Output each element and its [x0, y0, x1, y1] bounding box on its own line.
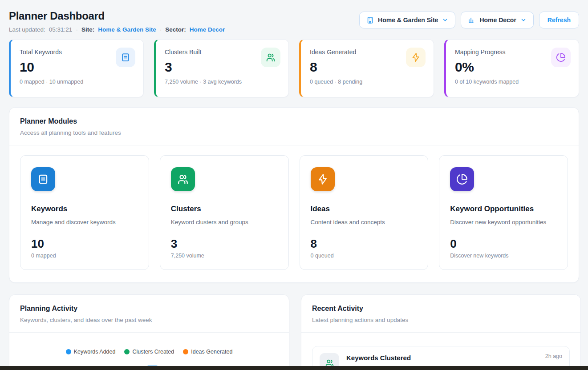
bottom-row: Planning Activity Keywords, clusters, an… [9, 283, 579, 370]
pie-chart-icon [450, 167, 474, 191]
site-label: Site: [81, 26, 94, 33]
planning-activity-header: Planning Activity Keywords, clusters, an… [9, 295, 289, 332]
chart-legend: Keywords Added Clusters Created Ideas Ge… [9, 349, 289, 355]
users-icon [171, 167, 195, 191]
building-icon [366, 16, 374, 24]
modules-grid: Keywords Manage and discover keywords 10… [9, 145, 579, 282]
legend-label: Keywords Added [74, 349, 116, 355]
module-subtext: 7,250 volume [171, 253, 278, 259]
stat-subtext: 7,250 volume · 3 avg keywords [165, 79, 280, 85]
planner-dashboard-page: Planner Dashboard Last updated: 05:31:21… [0, 0, 588, 370]
chevron-down-icon [442, 17, 448, 23]
sector-link[interactable]: Home Decor [190, 26, 225, 33]
lightning-icon [406, 48, 426, 67]
chevron-down-icon [520, 17, 527, 23]
refresh-button[interactable]: Refresh [539, 12, 579, 28]
bottom-edge-bar [0, 366, 588, 370]
stat-subtext: 0 mapped · 10 unmapped [20, 79, 134, 85]
site-selector-label: Home & Garden Site [378, 16, 438, 24]
header-meta: Last updated: 05:31:21 · Site: Home & Ga… [9, 26, 225, 33]
module-card-keyword-opportunities[interactable]: Keyword Opportunities Discover new keywo… [439, 155, 568, 270]
legend-label: Clusters Created [132, 349, 174, 355]
meta-separator: · [160, 26, 162, 33]
recent-activity-panel: Recent Activity Latest planning actions … [301, 294, 581, 370]
module-description: Content ideas and concepts [311, 219, 418, 225]
module-title: Clusters [171, 205, 278, 213]
panel-title: Planner Modules [20, 117, 568, 125]
stats-row: Total Keywords 10 0 mapped · 10 unmapped… [9, 39, 579, 97]
sector-label: Sector: [165, 26, 186, 33]
activity-item-title: Keywords Clustered [346, 354, 411, 362]
module-value: 10 [31, 237, 138, 251]
planning-activity-panel: Planning Activity Keywords, clusters, an… [9, 294, 289, 370]
module-value: 0 [450, 237, 557, 251]
stat-card-ideas-generated: Ideas Generated 8 0 queued · 8 pending [299, 39, 434, 97]
sector-selector-dropdown[interactable]: Home Decor [461, 12, 533, 28]
module-card-ideas[interactable]: Ideas Content ideas and concepts 8 0 que… [300, 155, 429, 270]
legend-dot [183, 349, 188, 354]
module-description: Manage and discover keywords [31, 219, 138, 225]
divider [9, 332, 289, 333]
module-value: 3 [171, 237, 278, 251]
divider [301, 332, 580, 333]
module-description: Discover new keyword opportunities [450, 219, 557, 225]
panel-subtitle: Latest planning actions and updates [312, 317, 570, 323]
site-selector-dropdown[interactable]: Home & Garden Site [359, 12, 455, 28]
panel-subtitle: Access all planning tools and features [20, 129, 568, 136]
lightning-icon [311, 167, 335, 191]
stat-card-total-keywords: Total Keywords 10 0 mapped · 10 unmapped [9, 39, 144, 97]
module-card-clusters[interactable]: Clusters Keyword clusters and groups 3 7… [160, 155, 289, 270]
last-updated-label: Last updated: [9, 26, 45, 33]
page-header: Planner Dashboard Last updated: 05:31:21… [9, 0, 579, 33]
header-left: Planner Dashboard Last updated: 05:31:21… [9, 10, 225, 33]
refresh-button-label: Refresh [547, 16, 571, 24]
panel-subtitle: Keywords, clusters, and ideas over the p… [20, 317, 278, 323]
module-title: Keywords [31, 205, 138, 213]
users-icon [261, 48, 280, 67]
planner-modules-panel: Planner Modules Access all planning tool… [9, 107, 579, 283]
sector-selector-label: Home Decor [479, 16, 516, 24]
module-card-keywords[interactable]: Keywords Manage and discover keywords 10… [20, 155, 149, 270]
stat-card-clusters-built: Clusters Built 3 7,250 volume · 3 avg ke… [154, 39, 289, 97]
legend-item-clusters-created[interactable]: Clusters Created [124, 349, 174, 355]
legend-label: Ideas Generated [191, 349, 232, 355]
page-title: Planner Dashboard [9, 10, 225, 22]
legend-dot [66, 349, 71, 354]
document-icon [31, 167, 55, 191]
recent-activity-header: Recent Activity Latest planning actions … [301, 295, 580, 332]
module-description: Keyword clusters and groups [171, 219, 278, 225]
legend-item-keywords-added[interactable]: Keywords Added [66, 349, 116, 355]
meta-separator: · [76, 26, 78, 33]
module-subtext: 0 queued [311, 253, 418, 259]
panel-title: Planning Activity [20, 305, 278, 313]
pie-chart-icon [551, 48, 571, 67]
activity-item-time: 2h ago [545, 353, 562, 359]
module-title: Keyword Opportunities [450, 205, 557, 213]
stat-subtext: 0 of 10 keywords mapped [455, 79, 570, 85]
document-icon [116, 48, 135, 67]
header-controls: Home & Garden Site Home Decor Refresh [359, 12, 579, 28]
module-title: Ideas [311, 205, 418, 213]
module-subtext: 0 mapped [31, 253, 138, 259]
stat-card-mapping-progress: Mapping Progress 0% 0 of 10 keywords map… [444, 39, 579, 97]
last-updated-value: 05:31:21 [49, 26, 73, 33]
stat-subtext: 0 queued · 8 pending [310, 79, 425, 85]
panel-title: Recent Activity [312, 305, 570, 313]
module-value: 8 [311, 237, 418, 251]
site-link[interactable]: Home & Garden Site [98, 26, 156, 33]
planner-modules-header: Planner Modules Access all planning tool… [9, 108, 579, 145]
legend-dot [124, 349, 130, 354]
legend-item-ideas-generated[interactable]: Ideas Generated [183, 349, 232, 355]
module-subtext: Discover new keywords [450, 253, 557, 259]
bar-chart-icon [468, 16, 475, 24]
